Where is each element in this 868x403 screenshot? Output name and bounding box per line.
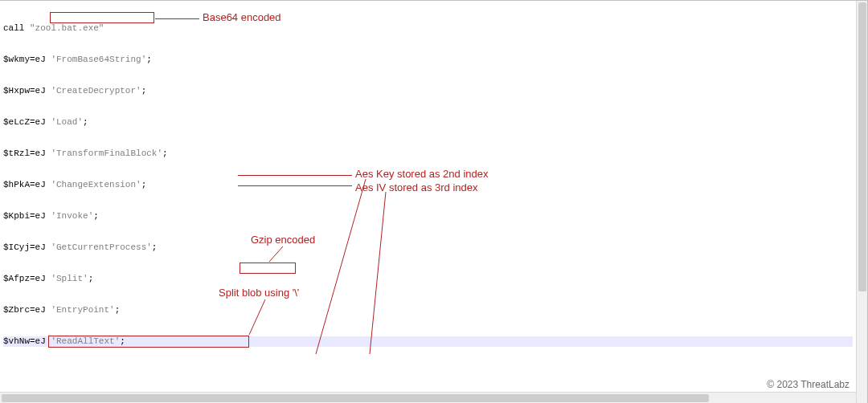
string: 'EntryPoint' xyxy=(51,305,114,315)
text: call xyxy=(3,23,30,33)
text: $wkmy=eJ xyxy=(3,55,51,64)
code-line: call "zool.bat.exe" xyxy=(3,23,853,34)
code-line: $ICyj=eJ 'GetCurrentProcess'; xyxy=(3,242,853,253)
text: $tRzl=eJ xyxy=(3,149,51,158)
editor-viewport: call "zool.bat.exe" $wkmy=eJ 'FromBase64… xyxy=(0,0,868,403)
text: $Hxpw=eJ xyxy=(3,86,51,96)
copyright-label: © 2023 ThreatLabz xyxy=(767,379,850,390)
text: $eLcZ=eJ xyxy=(3,117,51,127)
code-line: $Afpz=eJ 'Split'; xyxy=(3,274,853,284)
string: 'ReadAllText' xyxy=(51,336,120,346)
text: ; xyxy=(146,55,152,64)
code-line: $eLcZ=eJ 'Load'; xyxy=(3,117,853,128)
text: ; xyxy=(141,180,147,189)
text: $ICyj=eJ xyxy=(3,242,51,252)
text: ; xyxy=(88,274,94,283)
text: ; xyxy=(120,336,125,346)
code-line: $hPkA=eJ 'ChangeExtension'; xyxy=(3,180,853,190)
code-line: $wkmy=eJ 'FromBase64String'; xyxy=(3,55,853,65)
text: $Kpbi=eJ xyxy=(3,211,51,221)
scrollbar-horizontal[interactable] xyxy=(0,392,856,403)
text: ; xyxy=(162,149,168,158)
string: 'ChangeExtension' xyxy=(51,180,141,189)
text: ; xyxy=(115,305,121,315)
text: $Afpz=eJ xyxy=(3,274,51,283)
code-area: call "zool.bat.exe" $wkmy=eJ 'FromBase64… xyxy=(0,1,856,392)
string: 'Load' xyxy=(51,117,83,127)
string: 'Invoke' xyxy=(51,211,93,221)
string: 'CreateDecryptor' xyxy=(51,86,141,96)
text: ; xyxy=(83,117,88,127)
scrollbar-vertical[interactable] xyxy=(856,1,867,403)
text: ; xyxy=(152,242,158,252)
text: $hPkA=eJ xyxy=(3,180,51,189)
string: "zool.bat.exe" xyxy=(30,23,104,33)
string: 'GetCurrentProcess' xyxy=(51,242,151,252)
code-line: $Hxpw=eJ 'CreateDecryptor'; xyxy=(3,86,853,96)
scrollbar-thumb[interactable] xyxy=(858,2,866,291)
text: $Zbrc=eJ xyxy=(3,305,51,315)
code-line: $Zbrc=eJ 'EntryPoint'; xyxy=(3,305,853,315)
string: 'TransformFinalBlock' xyxy=(51,149,162,158)
code-line-highlighted: $vhNw=eJ 'ReadAllText'; xyxy=(3,336,853,347)
string: 'Split' xyxy=(51,274,88,283)
text: $vhNw=eJ xyxy=(3,336,51,346)
scrollbar-thumb[interactable] xyxy=(2,394,709,402)
text: ; xyxy=(93,211,99,221)
string: 'FromBase64String' xyxy=(51,55,146,64)
code-line: $tRzl=eJ 'TransformFinalBlock'; xyxy=(3,149,853,159)
text: ; xyxy=(141,86,147,96)
code-line: $Kpbi=eJ 'Invoke'; xyxy=(3,211,853,222)
code-line xyxy=(3,368,853,378)
